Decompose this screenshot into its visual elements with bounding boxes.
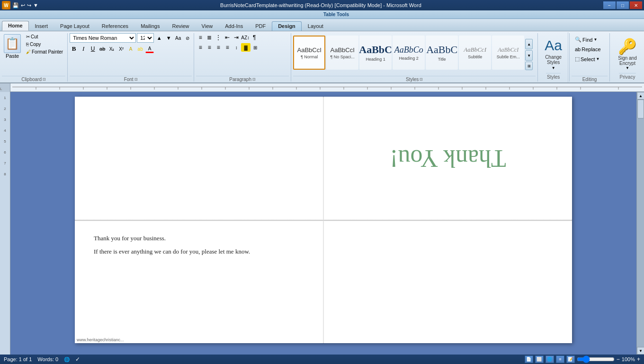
align-center-button[interactable]: ≡ [205, 43, 214, 52]
tab-mailings[interactable]: Mailings [134, 21, 166, 31]
clear-format-button[interactable]: ⊘ [183, 34, 192, 42]
copy-button[interactable]: ⎘ Copy [24, 41, 65, 48]
close-button[interactable]: ✕ [630, 1, 642, 9]
tab-pagelayout[interactable]: Page Layout [54, 21, 96, 31]
tab-references[interactable]: References [96, 21, 134, 31]
quick-access-menu[interactable]: ▼ [33, 2, 38, 8]
view-draft-button[interactable]: 📝 [566, 355, 575, 363]
font-size-decrease-button[interactable]: ▼ [164, 34, 173, 42]
ribbon: 📋 Paste ✂ Cut ⎘ Copy 🖌 Format Painter C [0, 31, 644, 83]
quick-access-save[interactable]: 💾 [12, 2, 19, 9]
document-scroll-area[interactable]: Thank You! Thank you for your business. … [10, 92, 636, 355]
tab-insert[interactable]: Insert [29, 21, 54, 31]
decrease-indent-button[interactable]: ⇤ [223, 33, 232, 42]
tab-layout[interactable]: Layout [302, 21, 330, 31]
styles-scroll-buttons: ▲ ▼ ⊞ [525, 39, 533, 70]
status-bar: Page: 1 of 1 Words: 0 🌐 ✓ 📄 ⬜ 🌐 ≡ 📝 − 10… [0, 355, 644, 364]
style-heading2[interactable]: AaBbCo Heading 2 [393, 36, 425, 70]
title-bar-left: W 💾 ↩ ↪ ▼ [2, 1, 38, 9]
highlight-button[interactable]: ab [136, 45, 144, 53]
select-icon: ⬚ [575, 56, 580, 62]
bottom-text-area: Thank you for your business. If there is… [75, 220, 323, 275]
bullets-button[interactable]: ≡ [196, 33, 205, 42]
find-button[interactable]: 🔍 Find ▼ [572, 35, 599, 44]
ruler-corner[interactable]: L [0, 83, 10, 92]
italic-button[interactable]: I [79, 45, 88, 53]
font-size-increase-button[interactable]: ▲ [155, 34, 163, 42]
view-web-button[interactable]: 🌐 [546, 355, 554, 363]
quick-access-redo[interactable]: ↪ [27, 2, 31, 9]
thank-you-container: Thank You! [390, 145, 506, 172]
superscript-button[interactable]: X² [117, 45, 125, 53]
watermark-url: www.heritagechristianc... [77, 337, 124, 342]
align-right-button[interactable]: ≡ [214, 43, 223, 52]
style-heading1[interactable]: AaBbC Heading 1 [359, 36, 392, 70]
change-styles-group[interactable]: Aa ChangeStyles ▼ Styles [539, 32, 568, 82]
tab-review[interactable]: Review [166, 21, 195, 31]
language-info: 🌐 [64, 357, 70, 362]
cut-button[interactable]: ✂ Cut [24, 33, 65, 40]
spell-check-icon: ✓ [75, 356, 80, 363]
zoom-in-button[interactable]: + [637, 356, 640, 363]
tab-pdf[interactable]: PDF [249, 21, 272, 31]
zoom-slider[interactable] [577, 356, 615, 363]
styles-scroll-up[interactable]: ▲ [525, 39, 533, 49]
replace-button[interactable]: ab Replace [572, 45, 603, 54]
styles-scroll-down[interactable]: ▼ [525, 50, 533, 61]
change-case-button[interactable]: Aa [174, 34, 182, 42]
view-print-button[interactable]: 📄 [525, 355, 533, 363]
maximize-button[interactable]: □ [617, 1, 629, 9]
style-nospace[interactable]: AaBbCcI ¶ No Spaci... [326, 36, 358, 70]
change-styles-dropdown-icon: ▼ [552, 66, 555, 70]
font-size-select[interactable]: 12 [137, 33, 154, 43]
shading-button[interactable]: ▓ [241, 43, 250, 52]
style-subtitle[interactable]: AaBbCcI Subtitle [459, 36, 491, 70]
tab-home[interactable]: Home [2, 21, 29, 31]
scrollbar-track[interactable] [637, 100, 644, 347]
style-title[interactable]: AaBbC Title [426, 36, 458, 70]
styles-expand-icon[interactable]: ⊡ [420, 77, 423, 82]
view-outline-button[interactable]: ≡ [556, 355, 564, 363]
view-fullscreen-button[interactable]: ⬜ [535, 355, 544, 363]
scroll-down-button[interactable]: ▼ [637, 347, 644, 355]
bold-button[interactable]: B [70, 45, 78, 53]
text-effects-button[interactable]: A [126, 45, 135, 53]
thank-you-text: Thank You! [390, 145, 506, 172]
status-right: 📄 ⬜ 🌐 ≡ 📝 − 100% + [525, 355, 640, 363]
sort-button[interactable]: AZ↕ [241, 33, 250, 42]
clipboard-expand-icon[interactable]: ⊡ [43, 77, 46, 82]
multilevel-list-button[interactable]: ⋮ [214, 33, 223, 42]
show-hide-button[interactable]: ¶ [250, 33, 259, 42]
font-color-button[interactable]: A [145, 45, 154, 53]
minimize-button[interactable]: − [603, 1, 616, 9]
scroll-up-button[interactable]: ▲ [637, 92, 644, 100]
align-left-button[interactable]: ≡ [196, 43, 205, 52]
tab-view[interactable]: View [196, 21, 219, 31]
font-expand-icon[interactable]: ⊡ [134, 77, 138, 82]
subscript-button[interactable]: X₂ [107, 45, 116, 53]
underline-button[interactable]: U [89, 45, 97, 53]
sign-encrypt-label: Sign andEncrypt [618, 55, 636, 66]
quick-access-undo[interactable]: ↩ [21, 2, 25, 9]
style-normal[interactable]: AaBbCcI ¶ Normal [293, 36, 325, 70]
select-button[interactable]: ⬚ Select ▼ [572, 55, 602, 64]
scrollbar-thumb[interactable] [637, 100, 644, 118]
strikethrough-button[interactable]: ab [98, 45, 107, 53]
numbering-button[interactable]: ≣ [205, 33, 214, 42]
style-normal-preview: AaBbCcI [297, 46, 321, 54]
style-subtleemphasis[interactable]: AaBbCcI Subtle Em... [492, 36, 524, 70]
increase-indent-button[interactable]: ⇥ [232, 33, 241, 42]
paragraph-expand-icon[interactable]: ⊡ [252, 77, 256, 82]
styles-scroll-more[interactable]: ⊞ [525, 62, 533, 70]
font-family-select[interactable]: Times New Roman [70, 33, 136, 43]
format-painter-button[interactable]: 🖌 Format Painter [24, 48, 65, 55]
justify-button[interactable]: ≡ [223, 43, 232, 52]
title-bar-controls: − □ ✕ [603, 1, 642, 9]
line-spacing-button[interactable]: ↕ [232, 43, 241, 52]
privacy-group[interactable]: 🔑 Sign andEncrypt ▼ Privacy [611, 32, 644, 82]
tab-design[interactable]: Design [272, 21, 302, 31]
borders-button[interactable]: ⊞ [251, 43, 259, 52]
zoom-out-button[interactable]: − [617, 356, 620, 363]
paste-button[interactable]: 📋 Paste [2, 33, 23, 60]
tab-addins[interactable]: Add-Ins [219, 21, 249, 31]
